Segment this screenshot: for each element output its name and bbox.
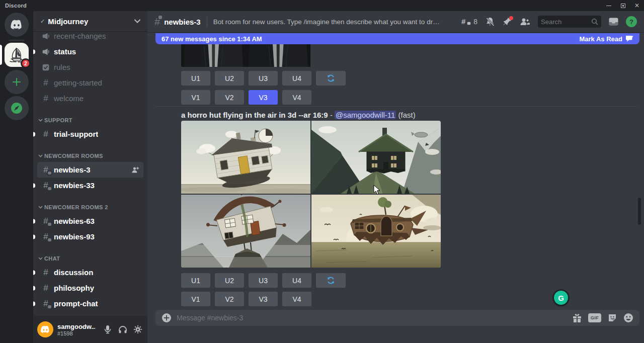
gif-picker-icon[interactable]: GIF bbox=[588, 313, 601, 322]
channel-discussion[interactable]: # discussion bbox=[37, 265, 143, 280]
generation-image-grid[interactable] bbox=[181, 121, 441, 268]
u4-button[interactable]: U4 bbox=[282, 273, 311, 288]
generated-image-4[interactable] bbox=[311, 195, 441, 268]
u1-button[interactable]: U1 bbox=[181, 273, 210, 288]
message-prompt-line: a horro hut flying in the air in 3d --ar… bbox=[181, 110, 416, 120]
channel-newbies-93[interactable]: # newbies-93 bbox=[37, 229, 143, 244]
channel-label: newbies-33 bbox=[54, 181, 95, 190]
u2-button[interactable]: U2 bbox=[215, 71, 244, 85]
user-names[interactable]: samgoodw... #1598 bbox=[57, 323, 96, 336]
search-box[interactable] bbox=[538, 16, 601, 28]
add-server-button[interactable] bbox=[5, 70, 29, 94]
hash-icon: # bbox=[41, 130, 50, 138]
u4-button[interactable]: U4 bbox=[282, 71, 311, 85]
user-mention[interactable]: @samgoodwill-11 bbox=[335, 111, 396, 119]
channel-welcome[interactable]: # welcome bbox=[37, 91, 143, 106]
previous-variation-row: V1 V2 V3 V4 bbox=[181, 90, 311, 105]
threads-count: 8 bbox=[473, 18, 477, 26]
headphones-icon[interactable] bbox=[117, 324, 128, 335]
channel-partial[interactable]: # bbox=[37, 311, 143, 316]
close-button[interactable]: ✕ bbox=[630, 0, 644, 11]
channel-label: philosophy bbox=[54, 284, 94, 292]
category-chat[interactable]: CHAT bbox=[37, 252, 143, 265]
threads-button[interactable]: # 8 bbox=[461, 17, 477, 26]
settings-gear-icon[interactable] bbox=[132, 324, 143, 335]
category-support[interactable]: SUPPORT bbox=[37, 114, 143, 126]
discord-logo-icon bbox=[10, 20, 23, 30]
u3-button[interactable]: U3 bbox=[249, 71, 278, 85]
minimize-button[interactable] bbox=[602, 0, 616, 11]
unread-pill bbox=[33, 234, 35, 239]
category-chevron-icon bbox=[38, 154, 43, 157]
v1-button[interactable]: V1 bbox=[181, 292, 210, 306]
maximize-button[interactable] bbox=[616, 0, 630, 11]
search-input[interactable] bbox=[541, 18, 591, 26]
channel-label: newbies-3 bbox=[54, 165, 91, 174]
plus-icon bbox=[12, 77, 22, 87]
generated-image-3[interactable] bbox=[181, 195, 310, 268]
user-avatar[interactable] bbox=[37, 321, 53, 337]
server-header[interactable]: ✓ Midjourney bbox=[33, 11, 147, 31]
help-button[interactable]: ? bbox=[626, 16, 637, 27]
channel-newbies-33[interactable]: # newbies-33 bbox=[37, 178, 143, 193]
mic-icon[interactable] bbox=[102, 324, 113, 335]
mouse-cursor bbox=[373, 185, 380, 195]
v2-button[interactable]: V2 bbox=[215, 292, 244, 306]
category-newcomer-rooms[interactable]: NEWCOMER ROOMS bbox=[37, 150, 143, 162]
u2-button[interactable]: U2 bbox=[215, 273, 244, 288]
unread-pill bbox=[33, 286, 35, 290]
v1-button[interactable]: V1 bbox=[181, 90, 210, 105]
channel-recent-changes[interactable]: recent-changes bbox=[37, 31, 143, 44]
emoji-icon[interactable] bbox=[623, 313, 633, 323]
username: samgoodw... bbox=[57, 323, 96, 330]
sticker-icon[interactable] bbox=[607, 313, 617, 323]
v3-button-selected[interactable]: V3 bbox=[249, 90, 278, 105]
channel-status[interactable]: status bbox=[37, 44, 143, 59]
channel-header: # newbies-3 Bot room for new users. Type… bbox=[147, 11, 644, 32]
channel-prompt-chat[interactable]: # prompt-chat bbox=[37, 296, 143, 311]
generated-image-1[interactable] bbox=[181, 121, 310, 194]
reroll-button[interactable] bbox=[316, 273, 346, 288]
chat-scrollbar-thumb[interactable] bbox=[638, 198, 641, 225]
explore-servers-button[interactable] bbox=[5, 96, 29, 120]
header-divider bbox=[207, 16, 207, 27]
home-button[interactable] bbox=[5, 13, 29, 37]
category-chevron-icon bbox=[38, 257, 43, 260]
channel-getting-started[interactable]: # getting-started bbox=[37, 75, 143, 91]
gift-icon[interactable] bbox=[572, 313, 582, 323]
notifications-muted-icon[interactable] bbox=[485, 17, 495, 27]
message-composer[interactable]: GIF bbox=[155, 310, 639, 326]
message-input[interactable] bbox=[177, 314, 567, 322]
channel-trial-support[interactable]: # trial-support bbox=[37, 126, 143, 142]
discord-app: Discord ✕ bbox=[0, 0, 644, 343]
reroll-button[interactable] bbox=[316, 71, 346, 85]
grammarly-icon[interactable]: G bbox=[554, 291, 568, 305]
channel-label: getting-started bbox=[54, 78, 102, 87]
new-messages-banner[interactable]: 67 new messages since 1:34 AM Mark As Re… bbox=[155, 33, 639, 44]
channel-rules[interactable]: rules bbox=[37, 59, 143, 75]
channel-topic[interactable]: Bot room for new users. Type /imagine th… bbox=[213, 18, 442, 26]
u1-button[interactable]: U1 bbox=[181, 71, 210, 85]
mark-as-read-button[interactable]: Mark As Read bbox=[580, 35, 634, 43]
unread-pill bbox=[33, 219, 35, 223]
v4-button[interactable]: V4 bbox=[282, 90, 311, 105]
inbox-button[interactable] bbox=[609, 18, 618, 26]
pinned-messages-button[interactable] bbox=[503, 17, 512, 26]
attach-plus-icon[interactable] bbox=[162, 313, 172, 323]
category-label: NEWCOMER ROOMS bbox=[44, 153, 103, 159]
create-invite-icon[interactable] bbox=[131, 166, 139, 174]
refresh-icon bbox=[327, 74, 335, 82]
v4-button[interactable]: V4 bbox=[282, 292, 311, 306]
channel-newbies-63[interactable]: # newbies-63 bbox=[37, 213, 143, 229]
hash-chat-icon: # bbox=[41, 217, 50, 225]
maximize-icon bbox=[621, 4, 625, 8]
u3-button[interactable]: U3 bbox=[249, 273, 278, 288]
v3-button[interactable]: V3 bbox=[249, 292, 278, 306]
channel-newbies-3[interactable]: # newbies-3 bbox=[37, 162, 143, 178]
v2-button[interactable]: V2 bbox=[215, 90, 244, 105]
generated-image-2[interactable] bbox=[311, 121, 441, 194]
member-list-button[interactable] bbox=[519, 17, 530, 26]
channel-philosophy[interactable]: # philosophy bbox=[37, 280, 143, 296]
previous-generation-image[interactable] bbox=[181, 43, 346, 67]
category-newcomer-rooms-2[interactable]: NEWCOMER ROOMS 2 bbox=[37, 201, 143, 213]
